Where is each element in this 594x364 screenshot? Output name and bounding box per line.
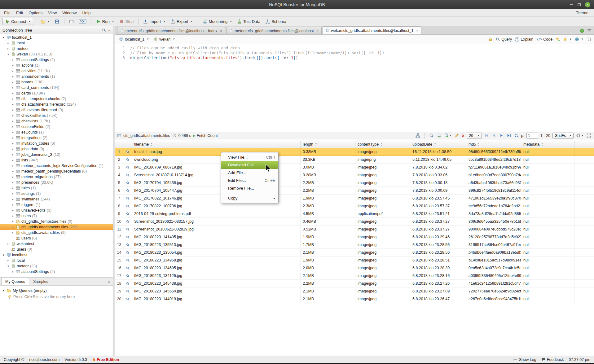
tree-item-accountsettings[interactable]: ▸ accountSettings (2) bbox=[0, 269, 113, 274]
close-tab-icon[interactable]: × bbox=[316, 29, 319, 33]
menu-view[interactable]: View bbox=[45, 9, 59, 16]
my-queries-root[interactable]: ▾ My Queries (empty) bbox=[2, 287, 113, 294]
expander-icon[interactable]: ▸ bbox=[11, 69, 15, 72]
site-link[interactable]: nosqlbooster.com bbox=[29, 357, 59, 362]
context-menu-item-remove-file[interactable]: Remove File... bbox=[221, 184, 278, 192]
stop-button[interactable]: Stop bbox=[117, 18, 136, 25]
database-selector[interactable]: wekan ▼ bbox=[152, 37, 177, 42]
run-options-button[interactable]: ▼ bbox=[575, 37, 583, 42]
table-row[interactable]: 5 IMG_20170704_105438.jpg 2.2MB image/jp… bbox=[115, 179, 594, 187]
expander-icon[interactable]: ▸ bbox=[11, 186, 15, 190]
preview-file-icon[interactable] bbox=[124, 241, 132, 248]
next-page-button[interactable] bbox=[499, 133, 504, 138]
monitoring-button[interactable]: Monitoring ▼ bbox=[200, 18, 235, 25]
preview-file-icon[interactable] bbox=[124, 148, 132, 156]
tree-item-checklists[interactable]: ▸ checklists (1.7K) bbox=[0, 118, 113, 124]
tree-item-wekan[interactable]: ▾ wekan (33 | 0.21GB) bbox=[0, 51, 113, 57]
table-row[interactable]: 16 IMG_20180223_134605.jpg 2.0MB image/j… bbox=[115, 264, 594, 272]
delete-document-button[interactable]: × bbox=[461, 133, 464, 138]
expander-icon[interactable]: ▸ bbox=[7, 42, 10, 45]
expander-icon[interactable]: ▸ bbox=[11, 198, 15, 201]
collapse-sidebar-icon[interactable]: « bbox=[108, 28, 111, 33]
close-tab-icon[interactable]: × bbox=[220, 29, 222, 33]
tree-item-unsaved-edits[interactable]: ▸ unsaved-edits (3) bbox=[0, 208, 113, 213]
search-icon[interactable] bbox=[102, 28, 106, 32]
preview-file-icon[interactable] bbox=[124, 195, 132, 202]
expander-icon[interactable]: ▸ bbox=[11, 75, 15, 78]
aggregate-button[interactable] bbox=[415, 133, 420, 138]
find-in-results-button[interactable] bbox=[429, 133, 434, 138]
editor-tab-meteor-cfs-gridfs-attachments-files-localhost-index[interactable]: meteor:cfs_gridfs.attachments.files@loca… bbox=[117, 27, 225, 34]
expander-icon[interactable]: ▸ bbox=[11, 226, 15, 229]
show-log-button[interactable]: Show Log bbox=[513, 357, 536, 362]
table-row[interactable]: 4 Screenshot_20180710-113714.jpg 0.28MB … bbox=[115, 171, 594, 179]
expander-icon[interactable]: ▸ bbox=[11, 270, 15, 273]
expander-icon[interactable]: ▸ bbox=[11, 92, 15, 95]
tree-item-jobs-dominator-3[interactable]: ▸ jobs_dominator_3 (12) bbox=[0, 152, 113, 157]
table-view-button[interactable] bbox=[67, 18, 76, 25]
close-tab-icon[interactable]: × bbox=[416, 28, 419, 33]
context-menu-item-copy[interactable]: Copy ▸ bbox=[221, 194, 278, 202]
expander-icon[interactable]: ▸ bbox=[11, 164, 15, 167]
preview-file-icon[interactable] bbox=[124, 187, 132, 194]
context-menu-item-edit-file[interactable]: Edit File... Ctrl+E bbox=[221, 177, 278, 184]
prev-page-button[interactable] bbox=[491, 133, 497, 138]
tree-item-cfs-gridfs-avatars-files[interactable]: ▸ cfs_gridfs.avatars.files (9) bbox=[0, 230, 113, 235]
page-size-select[interactable]: 20 ▼ bbox=[467, 133, 482, 138]
page-number-input[interactable] bbox=[526, 133, 538, 138]
table-row[interactable]: 7 IMG_20170822_101746.jpg 1.9MB image/jp… bbox=[115, 195, 594, 202]
expander-icon[interactable]: ▸ bbox=[11, 153, 15, 156]
edit-document-button[interactable] bbox=[454, 133, 459, 138]
view-mode-select[interactable]: GridFs ▼ bbox=[552, 133, 574, 138]
export-button[interactable]: Export ▼ bbox=[168, 18, 195, 25]
close-icon[interactable]: × bbox=[585, 2, 590, 7]
open-file-button[interactable]: ▼ bbox=[38, 18, 52, 25]
tree-item-cfs-avatars-filerecord[interactable]: ▸ cfs.avatars.filerecord (9) bbox=[0, 107, 113, 113]
expander-icon[interactable]: ▸ bbox=[11, 209, 15, 212]
expander-icon[interactable]: ▸ bbox=[11, 192, 15, 195]
column-header-length[interactable]: length bbox=[301, 141, 355, 148]
tree-item-local[interactable]: ▸ local bbox=[0, 258, 113, 263]
sidebar-tab-my-queries[interactable]: My Queries bbox=[1, 278, 29, 285]
tree-item-lists[interactable]: ▸ lists (947) bbox=[0, 157, 113, 163]
tree-item-jobs-data[interactable]: ▸ jobs_data (0) bbox=[0, 146, 113, 152]
expander-icon[interactable]: ▸ bbox=[11, 131, 15, 134]
expander-icon[interactable]: ▸ bbox=[11, 159, 15, 162]
expander-icon[interactable]: ▸ bbox=[11, 170, 15, 173]
tree-item-users[interactable]: ▸ users (7) bbox=[0, 213, 113, 219]
column-header-uploaddate[interactable]: uploadDate bbox=[410, 141, 466, 148]
table-row[interactable]: 19 IMG_20180223_145650.jpg 2.1MB image/j… bbox=[115, 287, 594, 295]
expander-icon[interactable]: ▾ bbox=[2, 289, 5, 292]
tree-item-cfs-gridfs-tempstore-files[interactable]: ▸ cfs_gridfs._tempstore.files (0) bbox=[0, 219, 113, 224]
tree-item-invitation-codes[interactable]: ▸ invitation_codes (6) bbox=[0, 141, 113, 146]
preview-file-icon[interactable] bbox=[124, 171, 132, 179]
preview-file-icon[interactable] bbox=[124, 257, 132, 264]
preview-file-icon[interactable] bbox=[124, 202, 132, 210]
expander-icon[interactable]: ▸ bbox=[11, 125, 15, 128]
menu-file[interactable]: File bbox=[1, 9, 13, 16]
preview-file-icon[interactable] bbox=[124, 287, 132, 295]
menu-edit[interactable]: Edit bbox=[13, 9, 26, 16]
view-image-button[interactable] bbox=[436, 133, 442, 138]
import-button[interactable]: Import ▼ bbox=[141, 18, 168, 25]
maximize-icon[interactable] bbox=[578, 3, 581, 6]
expander-icon[interactable]: ▸ bbox=[11, 64, 15, 67]
expander-icon[interactable]: ▾ bbox=[2, 36, 5, 39]
table-row[interactable]: 18 IMG_20180223_145438.jpg 2.2MB image/j… bbox=[115, 280, 594, 287]
layout-button[interactable] bbox=[587, 37, 591, 42]
connect-button[interactable]: Connect ▼ bbox=[2, 18, 33, 25]
tree-item-localhost[interactable]: ▾ localhost bbox=[0, 252, 113, 258]
table-row[interactable]: 15 IMG_20180223_134958.jpg 1.9MB image/j… bbox=[115, 257, 594, 264]
tree-item-localhost-1[interactable]: ▾ localhost_1 bbox=[0, 35, 113, 40]
expander-icon[interactable]: ▾ bbox=[2, 253, 5, 257]
export-results-button[interactable]: ▼ bbox=[444, 133, 452, 138]
column-header-md5[interactable]: md5 bbox=[466, 141, 521, 148]
code-button[interactable]: </> Code bbox=[536, 37, 552, 42]
expander-icon[interactable]: ▸ bbox=[11, 203, 15, 206]
tree-item-swimlanes[interactable]: ▸ swimlanes (144) bbox=[0, 196, 113, 202]
column-header-metadata[interactable]: metadata bbox=[521, 141, 574, 148]
code-editor[interactable]: 123 // Files can be added easily with dr… bbox=[115, 44, 594, 132]
expander-icon[interactable]: ▸ bbox=[7, 259, 10, 262]
expander-icon[interactable]: ▸ bbox=[11, 114, 15, 117]
tree-item-checklistitems[interactable]: ▸ checklistItems (7.5K) bbox=[0, 113, 113, 118]
